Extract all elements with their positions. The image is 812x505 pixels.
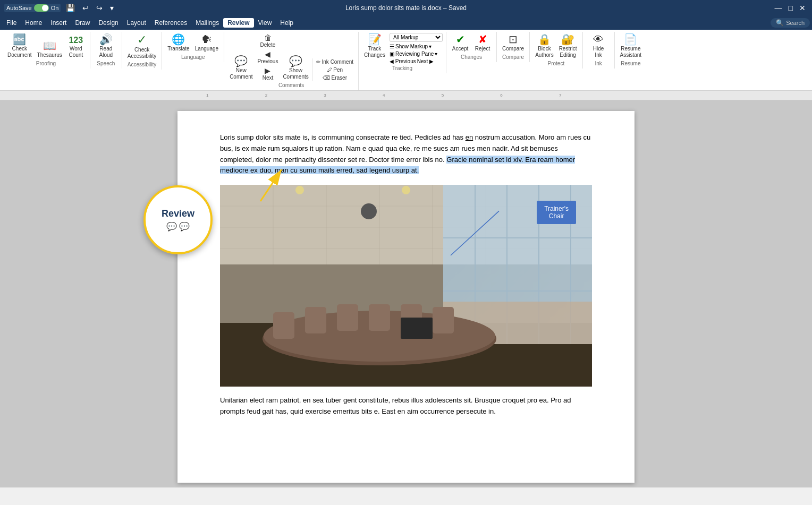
restrict-editing-button[interactable]: 🔐 RestrictEditing [557, 33, 579, 59]
svg-point-30 [361, 203, 377, 219]
delete-button[interactable]: 🗑 Delete [256, 33, 280, 48]
next-comment-label: Next [263, 75, 274, 81]
track-changes-button[interactable]: 📝 TrackChanges [362, 33, 387, 59]
language-button[interactable]: 🗣 Language [193, 33, 221, 53]
svg-rect-26 [369, 304, 390, 331]
speech-buttons: 🔊 ReadAloud [95, 33, 116, 59]
reject-button[interactable]: ✘ Reject [472, 33, 493, 53]
search-bar[interactable]: 🔍 Search [771, 18, 810, 28]
review-circle-content: Review 💬 💬 [162, 208, 194, 232]
toggle-knob [42, 5, 48, 11]
minimize-button[interactable]: — [773, 3, 784, 13]
ink-comment-button[interactable]: ✏ Ink Comment [315, 58, 355, 65]
svg-rect-28 [433, 307, 454, 333]
autosave-toggle[interactable]: AutoSave On [4, 4, 61, 12]
read-aloud-button[interactable]: 🔊 ReadAloud [95, 33, 116, 59]
ribbon-group-protect: 🔒 BlockAuthors 🔐 RestrictEditing Protect [530, 32, 582, 69]
ribbon-group-changes: ✔ Accept ✘ Reject Changes [446, 32, 497, 62]
check-accessibility-button[interactable]: ✓ CheckAccessibility [125, 33, 158, 61]
nav-row: ◀ Previous Next ▶ [390, 58, 443, 64]
menu-view[interactable]: View [254, 18, 276, 28]
compare-button[interactable]: ⊡ Compare [500, 33, 526, 53]
menu-home[interactable]: Home [21, 18, 46, 28]
document-area[interactable]: Review 💬 💬 Loris sump dolor sits mate is… [0, 100, 812, 487]
hide-ink-icon: 👁 [593, 34, 604, 45]
review-circle-label: Review [162, 208, 194, 219]
close-button[interactable]: ✕ [797, 3, 808, 13]
menu-file[interactable]: File [2, 18, 21, 28]
accept-button[interactable]: ✔ Accept [450, 33, 471, 53]
search-label: Search [786, 20, 805, 26]
new-comment-button[interactable]: 💬 NewComment [227, 55, 255, 81]
new-comment-label: NewComment [230, 67, 252, 80]
menu-draw[interactable]: Draw [71, 18, 94, 28]
menu-references[interactable]: References [150, 18, 191, 28]
menu-insert[interactable]: Insert [46, 18, 71, 28]
ribbon-group-proofing: 🔤 CheckDocument 📖 Thesaurus 123 WordCoun… [2, 32, 90, 69]
svg-rect-29 [401, 318, 433, 339]
arrow-indicator [229, 164, 292, 207]
hide-ink-button[interactable]: 👁 HideInk [588, 33, 609, 59]
show-markup-icon: ☰ [390, 44, 394, 49]
prev-icon: ◀ [265, 50, 270, 58]
accept-label: Accept [452, 46, 469, 52]
next-comment-button[interactable]: ▶ Next [256, 66, 280, 81]
translate-button[interactable]: 🌐 Translate [165, 33, 191, 53]
markup-dropdown[interactable]: All Markup Simple Markup No Markup Origi… [390, 33, 443, 42]
menu-design[interactable]: Design [94, 18, 122, 28]
maximize-button[interactable]: □ [786, 3, 795, 13]
reject-label: Reject [475, 46, 490, 52]
word-count-button[interactable]: 123 WordCount [65, 35, 87, 59]
protect-group-label: Protect [548, 61, 565, 66]
autosave-on-toggle[interactable] [34, 4, 49, 12]
svg-point-31 [295, 186, 304, 194]
new-comment-icon: 💬 [234, 56, 248, 66]
show-comments-label: ShowComments [283, 67, 308, 80]
pen-icon: 🖊 Pen [327, 67, 343, 73]
check-document-button[interactable]: 🔤 CheckDocument [5, 33, 34, 59]
eraser-icon: ⌫ Eraser [323, 75, 347, 81]
show-comments-button[interactable]: 💬 ShowComments [281, 55, 310, 81]
check-doc-icon: 🔤 [13, 34, 26, 45]
redo-button[interactable]: ↪ [94, 3, 105, 13]
language-icon: 🗣 [201, 34, 212, 45]
delete-icon: 🗑 [264, 33, 272, 42]
eraser-button[interactable]: ⌫ Eraser [315, 74, 355, 81]
hide-ink-label: HideInk [593, 46, 604, 58]
conference-room-image: Trainer'sChair [220, 185, 592, 387]
prev-change-button[interactable]: ◀ Previous [390, 58, 416, 64]
reviewing-pane-icon: ▣ [390, 51, 394, 57]
show-comments-icon: 💬 [289, 56, 302, 66]
menu-review[interactable]: Review [223, 18, 253, 28]
review-circle-icons: 💬 💬 [166, 221, 190, 232]
title-bar-left: AutoSave On 💾 ↩ ↪ ▾ [4, 3, 116, 13]
accept-icon: ✔ [456, 34, 465, 45]
customize-qat-button[interactable]: ▾ [108, 3, 116, 13]
compare-label: Compare [502, 46, 524, 52]
save-button[interactable]: 💾 [64, 3, 77, 13]
block-authors-button[interactable]: 🔒 BlockAuthors [533, 33, 555, 59]
svg-rect-23 [273, 312, 294, 339]
pen-button[interactable]: 🖊 Pen [315, 66, 355, 73]
resume-assistant-button[interactable]: 📄 ResumeAssistant [618, 33, 644, 59]
menu-mailings[interactable]: Mailings [191, 18, 223, 28]
language-buttons: 🌐 Translate 🗣 Language [165, 33, 221, 53]
menu-help[interactable]: Help [276, 18, 298, 28]
menu-layout[interactable]: Layout [123, 18, 150, 28]
conference-room-svg [220, 185, 592, 387]
ribbon-group-resume: 📄 ResumeAssistant Resume [615, 32, 647, 69]
previous-comment-button[interactable]: ◀ Previous [256, 49, 280, 65]
changes-group-label: Changes [461, 54, 482, 60]
proofing-buttons: 🔤 CheckDocument 📖 Thesaurus 123 WordCoun… [5, 33, 87, 59]
proofing-group-label: Proofing [36, 61, 56, 66]
show-markup-row: ☰ Show Markup ▾ [390, 44, 443, 49]
ribbon-group-accessibility: ✓ CheckAccessibility Accessibility [122, 32, 162, 70]
undo-button[interactable]: ↩ [80, 3, 91, 13]
comments-group-label: Comments [278, 82, 304, 88]
ribbon-group-ink: 👁 HideInk Ink [583, 32, 615, 69]
review-highlight-circle: Review 💬 💬 [143, 185, 213, 254]
thesaurus-button[interactable]: 📖 Thesaurus [35, 39, 64, 59]
previous-comment-label: Previous [257, 58, 278, 64]
next-change-button[interactable]: Next ▶ [417, 58, 434, 64]
compare-icon: ⊡ [509, 34, 518, 45]
